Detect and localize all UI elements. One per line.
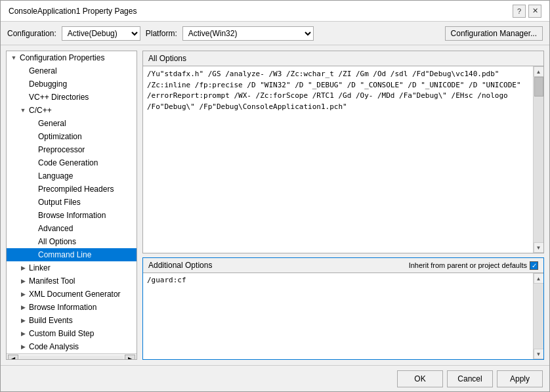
- expand-icon: ▼: [9, 53, 18, 62]
- additional-options-content[interactable]: /guard:cf: [143, 273, 533, 359]
- expand-icon: [28, 250, 37, 259]
- tree-item-xml-doc[interactable]: ▶ XML Document Generator: [7, 288, 137, 301]
- expand-icon: [28, 145, 37, 154]
- expand-icon: [18, 79, 28, 89]
- inherit-checkbox[interactable]: [530, 261, 538, 270]
- tree-item-label: Debugging: [29, 79, 67, 89]
- additional-header-row: Additional Options Inherit from parent o…: [143, 258, 543, 273]
- right-panel: All Options /Yu"stdafx.h" /GS /analyze- …: [142, 51, 544, 360]
- scroll-track: [534, 284, 543, 349]
- expand-icon: [28, 119, 37, 128]
- tree-item-config-props[interactable]: ▼ Configuration Properties: [7, 51, 137, 64]
- expand-icon: ▶: [18, 303, 28, 312]
- tree-item-output-files[interactable]: Output Files: [7, 196, 137, 209]
- inherit-row: Inherit from parent or project defaults: [409, 261, 538, 270]
- tree-item-preprocessor[interactable]: Preprocessor: [7, 143, 137, 156]
- tree-item-browse-info[interactable]: ▶ Browse Information: [7, 301, 137, 314]
- tree-item-label: C/C++: [29, 106, 52, 115]
- expand-icon: ▶: [18, 276, 28, 286]
- expand-icon: [28, 185, 37, 194]
- dialog-title: ConsoleApplication1 Property Pages: [9, 7, 137, 16]
- close-button[interactable]: ✕: [528, 5, 541, 18]
- tree-item-manifest-tool[interactable]: ▶ Manifest Tool: [7, 274, 137, 288]
- additional-options-section: Additional Options Inherit from parent o…: [142, 257, 544, 360]
- expand-icon: [18, 93, 28, 102]
- tree-item-label: Precompiled Headers: [38, 185, 114, 194]
- tree-item-custom-build[interactable]: ▶ Custom Build Step: [7, 327, 137, 340]
- additional-content-area: /guard:cf ▲ ▼: [143, 273, 543, 359]
- tree-item-all-options[interactable]: All Options: [7, 235, 137, 248]
- tree-item-optimization[interactable]: Optimization: [7, 130, 137, 143]
- platform-select[interactable]: Active(Win32): [182, 26, 314, 41]
- footer: OK Cancel Apply: [1, 365, 549, 391]
- scroll-thumb[interactable]: [534, 77, 543, 97]
- tree-item-label: Advanced: [38, 224, 73, 233]
- all-options-scrollbar[interactable]: ▲ ▼: [533, 66, 543, 253]
- tree-item-label: Build Events: [29, 316, 73, 325]
- scroll-down-arrow[interactable]: ▼: [534, 242, 544, 253]
- tree-item-code-analysis[interactable]: ▶ Code Analysis: [7, 340, 137, 353]
- tree-item-precompiled[interactable]: Precompiled Headers: [7, 183, 137, 196]
- title-bar-buttons: ? ✕: [513, 5, 541, 18]
- expand-icon: ▼: [18, 106, 28, 115]
- tree-item-vc-dirs[interactable]: VC++ Directories: [7, 91, 137, 104]
- tree-item-label: Command Line: [38, 250, 91, 259]
- tree-item-label: Language: [38, 171, 73, 181]
- additional-options-scrollbar[interactable]: ▲ ▼: [533, 273, 543, 359]
- tree-item-command-line[interactable]: Command Line: [7, 248, 137, 261]
- tree-item-code-gen[interactable]: Code Generation: [7, 156, 137, 169]
- expand-icon: [28, 132, 37, 141]
- tree-scroll-area: ▼ Configuration Properties General Debug…: [7, 51, 137, 353]
- config-label: Configuration:: [7, 29, 56, 38]
- tree-item-browse-info-cpp[interactable]: Browse Information: [7, 209, 137, 222]
- tree-item-label: VC++ Directories: [29, 93, 89, 102]
- expand-icon: [28, 237, 37, 246]
- options-with-scroll: /Yu"stdafx.h" /GS /analyze- /W3 /Zc:wcha…: [143, 66, 543, 253]
- configuration-select[interactable]: Active(Debug): [62, 26, 140, 41]
- tree-item-label: Preprocessor: [38, 145, 85, 154]
- cancel-button[interactable]: Cancel: [447, 370, 493, 387]
- expand-icon: [28, 224, 37, 233]
- all-options-section: All Options /Yu"stdafx.h" /GS /analyze- …: [142, 51, 544, 253]
- apply-button[interactable]: Apply: [497, 370, 543, 387]
- tree-item-linker[interactable]: ▶ Linker: [7, 261, 137, 274]
- scroll-down-arrow[interactable]: ▼: [534, 349, 544, 359]
- configuration-manager-button[interactable]: Configuration Manager...: [445, 26, 543, 41]
- scroll-up-arrow[interactable]: ▲: [534, 273, 544, 284]
- all-options-content: /Yu"stdafx.h" /GS /analyze- /W3 /Zc:wcha…: [143, 66, 533, 253]
- platform-label: Platform:: [146, 29, 177, 38]
- expand-icon: [28, 158, 37, 167]
- expand-icon: [28, 211, 37, 220]
- main-content: ▼ Configuration Properties General Debug…: [1, 45, 549, 365]
- help-button[interactable]: ?: [513, 5, 526, 18]
- scroll-track: [534, 77, 543, 242]
- tree-item-build-events[interactable]: ▶ Build Events: [7, 314, 137, 327]
- tree-item-label: Manifest Tool: [29, 276, 75, 286]
- expand-icon: [28, 198, 37, 207]
- tree-item-label: Optimization: [38, 132, 82, 141]
- tree-item-cpp-general[interactable]: General: [7, 117, 137, 130]
- expand-icon: [18, 66, 28, 76]
- tree-item-advanced-cpp[interactable]: Advanced: [7, 222, 137, 235]
- expand-icon: ▶: [18, 316, 28, 325]
- tree-item-label: All Options: [38, 237, 76, 246]
- hscroll-right-arrow[interactable]: ▶: [125, 355, 135, 360]
- config-bar: Configuration: Active(Debug) Platform: A…: [1, 22, 549, 45]
- tree-item-label: Browse Information: [29, 303, 96, 312]
- title-bar: ConsoleApplication1 Property Pages ? ✕: [1, 1, 549, 22]
- tree-item-label: XML Document Generator: [29, 290, 121, 299]
- tree-item-language[interactable]: Language: [7, 169, 137, 183]
- tree-item-debugging[interactable]: Debugging: [7, 77, 137, 91]
- tree-item-cpp[interactable]: ▼ C/C++: [7, 104, 137, 117]
- scroll-up-arrow[interactable]: ▲: [534, 66, 544, 77]
- hscroll-left-arrow[interactable]: ◀: [8, 355, 18, 360]
- inherit-label: Inherit from parent or project defaults: [409, 261, 527, 269]
- ok-button[interactable]: OK: [397, 370, 443, 387]
- tree-panel: ▼ Configuration Properties General Debug…: [6, 51, 137, 360]
- expand-icon: [28, 171, 37, 181]
- tree-item-label: Linker: [29, 263, 51, 272]
- tree-item-label: Output Files: [38, 198, 81, 207]
- all-options-header: All Options: [143, 51, 543, 66]
- tree-item-general[interactable]: General: [7, 64, 137, 77]
- tree-item-label: Code Analysis: [29, 342, 79, 351]
